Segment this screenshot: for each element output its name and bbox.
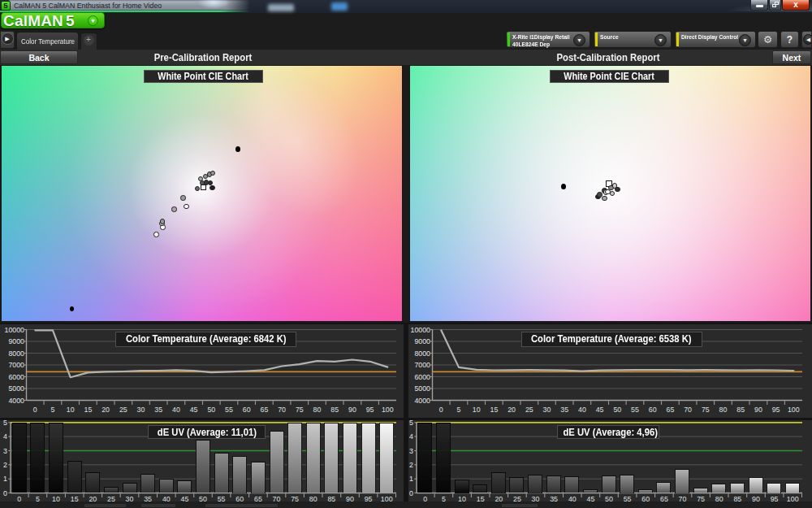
svg-text:95: 95 bbox=[366, 406, 374, 414]
svg-text:100: 100 bbox=[382, 406, 394, 414]
svg-text:6000: 6000 bbox=[414, 373, 430, 381]
svg-text:0: 0 bbox=[438, 406, 443, 414]
svg-text:45: 45 bbox=[595, 406, 603, 414]
svg-text:5000: 5000 bbox=[8, 384, 24, 393]
svg-text:40: 40 bbox=[578, 406, 586, 414]
svg-text:70: 70 bbox=[278, 406, 286, 414]
svg-text:30: 30 bbox=[137, 406, 145, 414]
svg-text:10000: 10000 bbox=[410, 326, 430, 334]
svg-text:60: 60 bbox=[648, 406, 656, 414]
svg-text:0: 0 bbox=[3, 489, 7, 497]
svg-text:9000: 9000 bbox=[8, 337, 24, 345]
svg-text:9000: 9000 bbox=[414, 337, 430, 345]
svg-text:5: 5 bbox=[456, 406, 460, 414]
svg-text:10000: 10000 bbox=[5, 326, 25, 334]
svg-text:30: 30 bbox=[542, 406, 551, 414]
svg-text:55: 55 bbox=[631, 406, 639, 414]
svg-text:70: 70 bbox=[684, 406, 692, 414]
svg-text:75: 75 bbox=[296, 406, 304, 414]
svg-text:35: 35 bbox=[154, 406, 162, 414]
svg-text:8000: 8000 bbox=[414, 350, 430, 358]
svg-text:8000: 8000 bbox=[8, 350, 24, 358]
svg-text:3: 3 bbox=[409, 447, 413, 455]
svg-text:0: 0 bbox=[33, 406, 37, 414]
svg-text:65: 65 bbox=[261, 406, 269, 414]
svg-text:5: 5 bbox=[409, 419, 413, 427]
svg-text:20: 20 bbox=[102, 406, 110, 414]
svg-text:55: 55 bbox=[225, 406, 233, 414]
svg-text:90: 90 bbox=[754, 406, 762, 414]
svg-text:15: 15 bbox=[84, 406, 93, 414]
svg-text:5000: 5000 bbox=[414, 384, 430, 393]
svg-text:25: 25 bbox=[119, 406, 127, 414]
svg-text:90: 90 bbox=[348, 406, 356, 414]
svg-text:2: 2 bbox=[409, 461, 413, 469]
svg-text:65: 65 bbox=[666, 406, 674, 414]
svg-text:85: 85 bbox=[330, 406, 339, 414]
svg-text:4: 4 bbox=[409, 432, 413, 441]
svg-text:2: 2 bbox=[3, 461, 7, 469]
svg-text:85: 85 bbox=[736, 406, 745, 414]
svg-text:10: 10 bbox=[67, 406, 75, 414]
svg-text:5: 5 bbox=[51, 406, 55, 414]
svg-text:80: 80 bbox=[313, 406, 322, 414]
svg-text:6000: 6000 bbox=[8, 373, 24, 381]
svg-text:80: 80 bbox=[719, 406, 727, 414]
svg-text:4000: 4000 bbox=[414, 397, 430, 405]
svg-text:7000: 7000 bbox=[414, 361, 430, 369]
svg-text:4000: 4000 bbox=[8, 397, 24, 405]
svg-text:100: 100 bbox=[787, 406, 799, 414]
svg-text:50: 50 bbox=[613, 406, 621, 414]
svg-text:20: 20 bbox=[508, 406, 516, 414]
svg-text:0: 0 bbox=[409, 489, 413, 497]
svg-text:25: 25 bbox=[525, 406, 533, 414]
svg-text:4: 4 bbox=[3, 432, 7, 441]
svg-text:7000: 7000 bbox=[8, 361, 24, 369]
svg-text:1: 1 bbox=[3, 475, 7, 483]
svg-text:1: 1 bbox=[409, 475, 413, 483]
svg-text:60: 60 bbox=[243, 406, 251, 414]
svg-text:15: 15 bbox=[490, 406, 498, 414]
svg-text:10: 10 bbox=[472, 406, 480, 414]
svg-text:40: 40 bbox=[172, 406, 180, 414]
svg-text:50: 50 bbox=[207, 406, 215, 414]
svg-text:35: 35 bbox=[560, 406, 568, 414]
svg-text:45: 45 bbox=[190, 406, 198, 414]
svg-text:5: 5 bbox=[3, 419, 7, 427]
svg-text:75: 75 bbox=[701, 406, 709, 414]
svg-text:95: 95 bbox=[771, 406, 780, 414]
svg-text:3: 3 bbox=[3, 447, 7, 455]
